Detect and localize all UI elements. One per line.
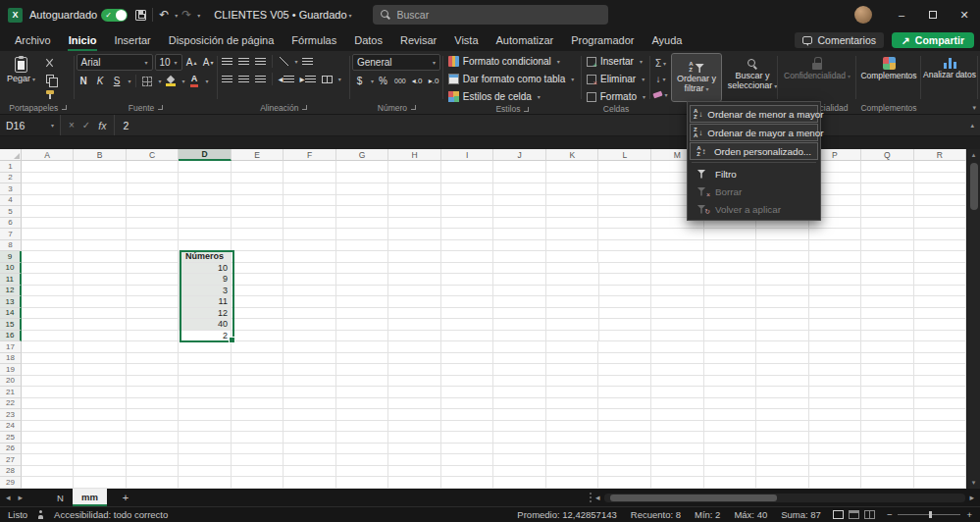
autosum-button[interactable]: Σ▾	[652, 56, 669, 70]
cell-B13[interactable]	[74, 296, 127, 308]
cell-J17[interactable]	[493, 341, 546, 353]
cell-P28[interactable]	[809, 466, 862, 478]
cell-G13[interactable]	[336, 296, 389, 308]
cell-E8[interactable]	[232, 240, 284, 252]
hscroll-right-icon[interactable]: ▸	[969, 493, 974, 502]
align-bottom-button[interactable]	[253, 54, 268, 69]
cell-R9[interactable]	[914, 251, 966, 263]
cell-O20[interactable]	[756, 376, 809, 388]
cell-B14[interactable]	[74, 308, 127, 320]
cell-A18[interactable]	[22, 353, 75, 365]
tab-automatizar[interactable]: Automatizar	[488, 29, 563, 51]
autosave-switch-icon[interactable]	[101, 9, 128, 22]
cell-B23[interactable]	[74, 409, 127, 421]
cell-E2[interactable]	[232, 173, 284, 184]
cell-L10[interactable]	[599, 263, 652, 275]
cell-Q10[interactable]	[861, 263, 914, 275]
percent-button[interactable]: %	[376, 74, 390, 88]
cell-A19[interactable]	[22, 364, 75, 376]
cell-Q7[interactable]	[861, 229, 914, 240]
cell-B4[interactable]	[74, 195, 127, 207]
comments-button[interactable]: Comentarios	[795, 32, 884, 48]
cell-B24[interactable]	[74, 421, 127, 433]
cell-L20[interactable]	[598, 376, 651, 388]
cell-H7[interactable]	[388, 229, 441, 240]
cell-N23[interactable]	[704, 409, 757, 421]
cell-K24[interactable]	[546, 421, 599, 433]
cell-F6[interactable]	[284, 218, 336, 230]
cell-C19[interactable]	[127, 364, 180, 376]
conditional-formatting-button[interactable]: Formato condicional▾	[445, 54, 580, 69]
cell-R5[interactable]	[914, 206, 966, 218]
cell-C27[interactable]	[127, 454, 180, 466]
cell-M9[interactable]	[651, 251, 704, 263]
comma-style-button[interactable]: 000	[392, 74, 408, 88]
increase-indent-button[interactable]: ▸	[298, 72, 318, 86]
tab-datos[interactable]: Datos	[345, 29, 391, 51]
cell-Q25[interactable]	[861, 432, 914, 444]
cell-K28[interactable]	[546, 466, 599, 478]
cell-I15[interactable]	[441, 319, 494, 331]
cell-D28[interactable]	[179, 466, 232, 478]
cell-P14[interactable]	[809, 308, 862, 320]
cell-C23[interactable]	[127, 409, 180, 421]
font-color-button[interactable]: A	[187, 74, 202, 88]
cell-A28[interactable]	[22, 466, 75, 478]
cell-Q5[interactable]	[861, 206, 914, 218]
tab-fórmulas[interactable]: Fórmulas	[283, 29, 345, 51]
cell-L5[interactable]	[598, 206, 651, 218]
cell-P24[interactable]	[809, 421, 862, 433]
cell-L18[interactable]	[598, 353, 651, 365]
cell-J18[interactable]	[493, 353, 546, 365]
cell-D9[interactable]: Números	[179, 251, 232, 263]
cell-M21[interactable]	[651, 387, 704, 398]
cell-H28[interactable]	[388, 466, 441, 478]
row-header-29[interactable]: 29	[0, 477, 22, 489]
cell-H23[interactable]	[388, 409, 441, 421]
search-input[interactable]: Buscar	[373, 5, 608, 25]
spreadsheet-grid[interactable]: ABCDEFGHIJKLMNOPQR 123456789Números10101…	[0, 149, 966, 489]
cell-D1[interactable]	[179, 161, 232, 173]
cell-B26[interactable]	[74, 444, 127, 455]
cell-H4[interactable]	[388, 195, 441, 207]
column-header-Q[interactable]: Q	[861, 149, 914, 161]
cell-O29[interactable]	[756, 477, 809, 489]
cell-B18[interactable]	[74, 353, 127, 365]
cell-E4[interactable]	[232, 195, 284, 207]
cell-A8[interactable]	[22, 240, 75, 252]
cell-M29[interactable]	[651, 477, 704, 489]
cell-I18[interactable]	[441, 353, 494, 365]
row-header-11[interactable]: 11	[0, 274, 22, 286]
column-header-L[interactable]: L	[598, 149, 651, 161]
cell-L21[interactable]	[598, 387, 651, 398]
cell-E26[interactable]	[232, 444, 284, 455]
page-layout-view-icon[interactable]	[849, 510, 859, 519]
formula-input[interactable]: 2	[115, 120, 964, 131]
cell-I29[interactable]	[441, 477, 494, 489]
cell-K25[interactable]	[546, 432, 599, 444]
cell-L16[interactable]	[599, 331, 652, 342]
cell-R8[interactable]	[914, 240, 966, 252]
cell-P8[interactable]	[809, 240, 862, 252]
cell-A6[interactable]	[22, 218, 75, 230]
cell-B29[interactable]	[74, 477, 127, 489]
cell-P27[interactable]	[809, 454, 862, 466]
cell-K15[interactable]	[546, 319, 599, 331]
row-header-3[interactable]: 3	[0, 183, 22, 195]
cell-Q19[interactable]	[861, 364, 914, 376]
decrease-indent-button[interactable]: ◂	[277, 72, 296, 86]
cell-D29[interactable]	[179, 477, 232, 489]
undo-icon[interactable]: ↶	[159, 8, 169, 22]
cell-Q1[interactable]	[861, 161, 914, 173]
cell-B10[interactable]	[74, 263, 127, 275]
cell-H20[interactable]	[388, 376, 441, 388]
cell-G20[interactable]	[336, 376, 389, 388]
cell-M25[interactable]	[651, 432, 704, 444]
cell-Q20[interactable]	[861, 376, 914, 388]
cell-R4[interactable]	[914, 195, 966, 207]
row-header-25[interactable]: 25	[0, 432, 22, 444]
cell-J25[interactable]	[493, 432, 546, 444]
cell-K12[interactable]	[546, 286, 599, 297]
cell-H3[interactable]	[388, 183, 441, 195]
cell-O8[interactable]	[756, 240, 809, 252]
